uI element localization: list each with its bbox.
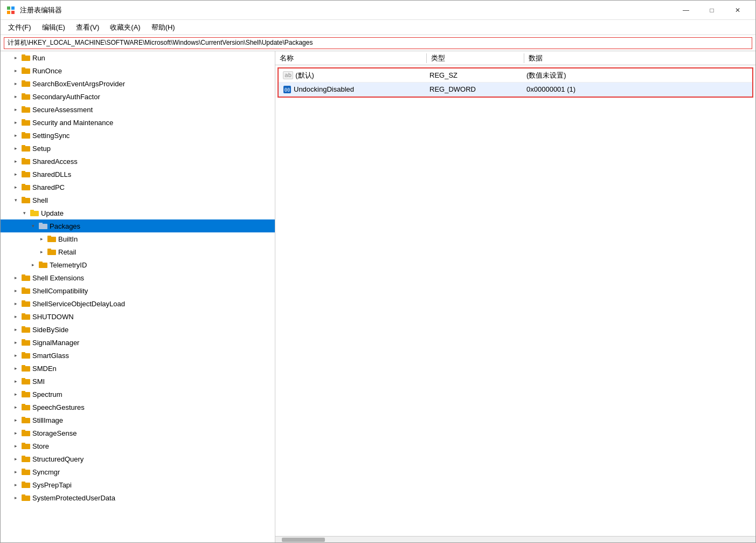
minimize-button[interactable]: — [674,1,698,20]
expand-icon[interactable]: ▸ [37,248,46,256]
expand-icon[interactable]: ▸ [11,442,20,450]
expand-icon[interactable]: ▸ [11,92,20,101]
expand-icon[interactable]: ▸ [11,144,20,153]
expand-icon[interactable]: ▸ [11,273,20,282]
svg-rect-32 [47,237,56,242]
expand-icon[interactable]: ▸ [11,416,20,424]
menu-favorites[interactable]: 收藏夹(A) [105,20,145,35]
expand-icon[interactable]: ▸ [11,468,20,476]
tree-item-shell[interactable]: ▾ Shell [1,194,275,207]
tree-item-syncmgr[interactable]: ▸ Syncmgr [1,465,275,478]
expand-icon[interactable]: ▸ [11,286,20,295]
tree-item-systemprotecteduserdata[interactable]: ▸ SystemProtectedUserData [1,491,275,504]
expand-icon[interactable]: ▸ [11,79,20,88]
expand-icon[interactable]: ▸ [11,390,20,398]
expand-icon[interactable]: ▸ [37,235,46,243]
tree-item-packages[interactable]: ▾ Packages [1,219,275,232]
tree-item-shellextensions[interactable]: ▸ Shell Extensions [1,271,275,284]
expand-icon[interactable]: ▸ [11,364,20,373]
svg-rect-56 [22,392,30,397]
svg-rect-39 [22,274,25,276]
scroll-thumb[interactable] [282,538,325,542]
tree-item-shellserviceobjectdelayload[interactable]: ▸ ShellServiceObjectDelayLoad [1,297,275,310]
expand-icon[interactable]: ▾ [29,222,37,230]
expand-icon[interactable]: ▸ [11,118,20,127]
menu-file[interactable]: 文件(F) [3,20,37,35]
expand-icon[interactable]: ▸ [11,183,20,191]
svg-rect-15 [22,119,25,121]
table-row[interactable]: ab (默认) REG_SZ (数值未设置) [279,68,752,83]
tree-item-builtin[interactable]: ▸ BuiltIn [1,232,275,245]
tree-item-label: Packages [50,222,80,230]
menu-view[interactable]: 查看(V) [71,20,105,35]
tree-item-sharedaccess[interactable]: ▸ SharedAccess [1,155,275,168]
expand-icon[interactable]: ▸ [11,312,20,321]
close-button[interactable]: ✕ [725,1,750,20]
tree-item-sharedpc[interactable]: ▸ SharedPC [1,181,275,194]
expand-icon[interactable]: ▸ [11,429,20,437]
tree-item-shareddlls[interactable]: ▸ SharedDLLs [1,168,275,181]
tree-item-shellcompatibility[interactable]: ▸ ShellCompatibility [1,284,275,297]
tree-item-update[interactable]: ▾ Update [1,207,275,219]
expand-icon[interactable]: ▸ [11,403,20,411]
folder-icon [21,53,31,63]
menu-help[interactable]: 帮助(H) [146,20,181,35]
expand-icon[interactable]: ▾ [20,209,29,217]
expand-icon[interactable]: ▸ [11,105,20,114]
tree-item-shutdown[interactable]: ▸ SHUTDOWN [1,310,275,323]
expand-icon[interactable]: ▸ [11,66,20,75]
expand-icon[interactable]: ▸ [29,260,37,269]
expand-icon[interactable]: ▸ [11,325,20,334]
tree-item-storagesense[interactable]: ▸ StorageSense [1,427,275,439]
tree-item-stillimage[interactable]: ▸ StillImage [1,414,275,427]
expand-icon[interactable]: ▸ [11,338,20,347]
expand-icon[interactable]: ▸ [11,377,20,386]
expand-icon[interactable]: ▸ [11,131,20,140]
tree-item-setup[interactable]: ▸ Setup [1,142,275,155]
folder-icon [47,247,57,257]
expand-icon[interactable]: ▸ [11,480,20,489]
expand-icon[interactable]: ▸ [11,299,20,308]
tree-item-spectrum[interactable]: ▸ Spectrum [1,388,275,401]
expand-icon[interactable]: ▸ [11,493,20,502]
tree-item-store[interactable]: ▸ Store [1,439,275,452]
expand-icon[interactable]: ▸ [11,53,20,62]
tree-item-telemetryid[interactable]: ▸ TelemetryID [1,258,275,271]
horizontal-scrollbar[interactable] [275,536,755,542]
svg-rect-42 [22,301,30,307]
folder-icon [21,92,31,102]
tree-item-securityandmaintenance[interactable]: ▸ Security and Maintenance [1,116,275,129]
svg-rect-70 [22,483,30,488]
tree-item-secureassessment[interactable]: ▸ SecureAssessment [1,103,275,116]
tree-item-smden[interactable]: ▸ SMDEn [1,362,275,375]
expand-icon[interactable]: ▸ [11,157,20,166]
expand-icon[interactable]: ▾ [11,196,20,204]
table-header: 名称 类型 数据 [275,51,755,65]
expand-icon[interactable]: ▸ [11,170,20,178]
tree-item-label: Setup [32,145,51,153]
tree-item-sidebyside[interactable]: ▸ SideBySide [1,323,275,336]
tree-panel[interactable]: ▸ Run▸ RunOnce▸ SearchBoxEventArgsProvid… [1,51,275,542]
tree-item-structuredquery[interactable]: ▸ StructuredQuery [1,452,275,465]
tree-item-searchboxeventargsprovider[interactable]: ▸ SearchBoxEventArgsProvider [1,77,275,90]
table-row-undocking[interactable]: 00 UndockingDisabled REG_DWORD 0x0000000… [279,83,752,97]
tree-item-signalmanager[interactable]: ▸ SignalManager [1,336,275,349]
address-input[interactable] [4,37,752,49]
tree-item-smi[interactable]: ▸ SMI [1,375,275,388]
svg-rect-21 [22,158,25,160]
folder-icon [21,402,31,413]
expand-icon[interactable]: ▸ [11,351,20,360]
tree-item-speechgestures[interactable]: ▸ SpeechGestures [1,401,275,414]
tree-item-smartglass[interactable]: ▸ SmartGlass [1,349,275,362]
tree-item-retail[interactable]: ▸ Retail [1,245,275,258]
folder-icon [38,260,48,270]
maximize-button[interactable]: □ [699,1,724,20]
col-data-header: 数据 [524,53,755,63]
expand-icon[interactable]: ▸ [11,455,20,463]
menu-edit[interactable]: 编辑(E) [37,20,71,35]
tree-item-runonce[interactable]: ▸ RunOnce [1,64,275,77]
tree-item-settingsync[interactable]: ▸ SettingSync [1,129,275,142]
tree-item-secondaryauthfactor[interactable]: ▸ SecondaryAuthFactor [1,90,275,103]
tree-item-run[interactable]: ▸ Run [1,51,275,64]
tree-item-syspreptapi[interactable]: ▸ SysPrepTapi [1,478,275,491]
